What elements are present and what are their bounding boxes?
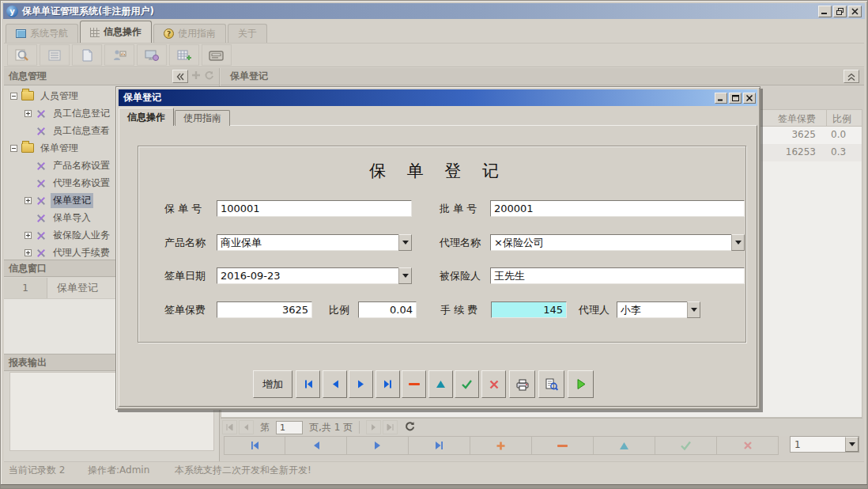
collapse-box-icon[interactable]: [10, 145, 17, 152]
tree-label: 被保险人业务: [51, 228, 112, 243]
report-output-title: 报表输出: [9, 356, 47, 370]
window-titlebar: y 保单单证管理系统(非注册用户): [3, 3, 865, 19]
page-number-input[interactable]: [276, 421, 303, 434]
tree-label: 员工信息登记: [51, 106, 112, 121]
tree-label: 保单管理: [38, 141, 81, 156]
column-header-ratio[interactable]: 比例: [832, 112, 851, 126]
app-icon: y: [6, 6, 18, 17]
record-post-button[interactable]: [655, 436, 717, 455]
dialog-minimize-button[interactable]: [715, 93, 727, 104]
agent-combobox[interactable]: [617, 301, 700, 318]
insured-label: 被保险人: [440, 269, 490, 283]
tab-about[interactable]: 关于: [228, 24, 267, 43]
dialog-close-button[interactable]: [743, 93, 756, 104]
agent-label: 代理人: [579, 303, 617, 317]
execute-button[interactable]: [568, 370, 594, 398]
collapse-box-icon[interactable]: [10, 93, 17, 100]
db-cancel-button[interactable]: [481, 370, 506, 398]
record-last-button[interactable]: [409, 436, 470, 455]
db-post-button[interactable]: [455, 370, 479, 398]
expand-box-icon[interactable]: [25, 232, 32, 239]
product-name-value[interactable]: [217, 234, 398, 251]
print-preview-button[interactable]: [538, 370, 564, 398]
record-delete-button[interactable]: [532, 436, 594, 455]
batch-no-input[interactable]: [490, 200, 745, 217]
collapse-left-button[interactable]: [172, 70, 188, 83]
dropdown-button[interactable]: [398, 234, 412, 251]
folder-icon: [21, 91, 34, 100]
new-document-button[interactable]: [72, 44, 102, 66]
db-last-button[interactable]: [376, 370, 400, 398]
dropdown-button[interactable]: [398, 267, 412, 284]
record-insert-button[interactable]: [470, 436, 532, 455]
next-page-button[interactable]: [366, 420, 381, 434]
last-page-button[interactable]: [383, 420, 398, 434]
close-button[interactable]: [848, 6, 862, 17]
record-edit-button[interactable]: [594, 436, 655, 455]
restore-button[interactable]: [833, 6, 847, 17]
agency-name-value[interactable]: [490, 234, 731, 251]
dialog-tab-info-operation[interactable]: 信息操作: [119, 108, 174, 126]
agency-name-combobox[interactable]: [490, 234, 745, 251]
dialog-titlebar: 保单登记: [119, 89, 757, 106]
tree-label: 员工信息查看: [51, 123, 112, 138]
sign-date-value[interactable]: [217, 267, 398, 284]
status-bar: 当前记录数 2 操作者:Admin 本系统支持二次开发和全新开发!: [4, 461, 864, 478]
tab-user-guide[interactable]: ? 使用指南: [153, 24, 226, 43]
add-icon: [191, 70, 201, 82]
print-button[interactable]: [509, 370, 535, 398]
table-insert-button[interactable]: [169, 44, 199, 66]
db-first-button[interactable]: [296, 370, 320, 398]
db-prev-button[interactable]: [323, 370, 347, 398]
expand-box-icon[interactable]: [25, 110, 32, 117]
premium-input[interactable]: [217, 301, 312, 318]
tree-label: 人员管理: [38, 89, 81, 104]
policy-no-input[interactable]: [217, 200, 412, 217]
dialog-maximize-button[interactable]: [729, 93, 742, 104]
record-count-select[interactable]: 1: [790, 436, 859, 453]
page-label-suffix: 页,共 1 页: [309, 421, 353, 434]
dropdown-button[interactable]: [845, 437, 859, 452]
record-cancel-button[interactable]: [717, 436, 779, 455]
add-button-label: 增加: [262, 377, 283, 392]
expand-box-icon[interactable]: [25, 197, 32, 204]
ratio-input[interactable]: [358, 301, 417, 318]
dropdown-button[interactable]: [731, 234, 745, 251]
agent-value[interactable]: [617, 301, 687, 318]
record-prev-button[interactable]: [285, 436, 347, 455]
data-list-button[interactable]: [40, 44, 70, 66]
db-delete-button[interactable]: [402, 370, 426, 398]
dialog-tab-user-guide[interactable]: 使用指南: [175, 110, 230, 126]
main-tab-bar: 系统导航 信息操作 ? 使用指南 关于: [6, 21, 269, 43]
premium-label: 签单保费: [164, 303, 217, 317]
printer-archive-button[interactable]: [202, 44, 232, 66]
collapse-panel-button[interactable]: [843, 70, 859, 83]
window-title: 保单单证管理系统(非注册用户): [22, 5, 817, 18]
tab-info-operation[interactable]: 信息操作: [80, 21, 152, 43]
tool-icon: [36, 213, 47, 223]
db-edit-button[interactable]: [428, 370, 453, 398]
expand-box-icon[interactable]: [25, 249, 32, 256]
sign-date-combobox[interactable]: [217, 267, 412, 284]
record-first-button[interactable]: [224, 436, 285, 455]
tool-icon: [36, 248, 47, 258]
fee-label: 手 续 费: [440, 303, 491, 317]
minimize-button[interactable]: [818, 6, 832, 17]
tab-system-nav[interactable]: 系统导航: [6, 24, 78, 43]
dropdown-button[interactable]: [687, 301, 700, 318]
cell-premium: 16253: [786, 146, 816, 157]
prev-page-button[interactable]: [239, 420, 254, 434]
fee-input[interactable]: [491, 301, 567, 318]
ratio-label: 比例: [329, 303, 354, 317]
record-next-button[interactable]: [347, 436, 409, 455]
refresh-pages-icon[interactable]: [404, 421, 416, 434]
db-next-button[interactable]: [349, 370, 373, 398]
first-page-button[interactable]: [222, 420, 237, 434]
insured-input[interactable]: [490, 267, 745, 284]
product-name-combobox[interactable]: [217, 234, 412, 251]
column-header-premium[interactable]: 签单保费: [778, 112, 816, 126]
add-button[interactable]: 增加: [253, 370, 292, 398]
employee-report-button[interactable]: [104, 44, 134, 66]
monitor-query-button[interactable]: [137, 44, 167, 66]
search-document-button[interactable]: [7, 44, 37, 66]
